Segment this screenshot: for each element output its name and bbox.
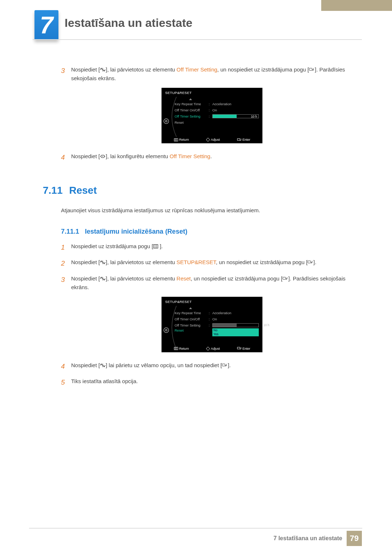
- osd-screenshot-1: SETUP&RESET Key Repeat Time:Acceleration…: [162, 88, 262, 143]
- osd-row-off-timer-onoff: Off Timer On/Off:On: [175, 107, 259, 113]
- page-content: 3 Nospiediet [], lai pārvietotos uz elem…: [0, 65, 392, 388]
- step-text: Nospiediet [], lai pārvietotos uz elemen…: [71, 258, 363, 269]
- step-2: 2 Nospiediet [], lai pārvietotos uz elem…: [61, 258, 363, 269]
- osd-enter-hint: Enter: [237, 347, 250, 350]
- step-3: 3 Nospiediet [], lai pārvietotos uz elem…: [61, 274, 363, 292]
- subsection-number: 7.11.1: [61, 228, 79, 235]
- osd-row-off-timer-onoff: Off Timer On/Off:On: [175, 316, 259, 322]
- enter-icon: [222, 363, 228, 368]
- link-setup-reset: SETUP&RESET: [176, 259, 216, 265]
- step-text: Nospiediet [], lai pārvietotos uz elemen…: [71, 65, 363, 83]
- section-number: 7.11: [43, 185, 63, 196]
- osd-return-hint: Return: [174, 138, 189, 141]
- step-text: Nospiediet [] lai pārietu uz vēlamo opci…: [71, 361, 363, 372]
- svg-rect-7: [237, 139, 240, 140]
- step-4: 4 Nospiediet [] lai pārietu uz vēlamo op…: [61, 361, 363, 372]
- osd-reset-options: No Yes: [212, 328, 259, 336]
- step-number: 2: [61, 258, 71, 269]
- svg-rect-1: [309, 68, 312, 70]
- svg-point-3: [166, 120, 167, 122]
- top-corner-stripe: [321, 0, 392, 11]
- header-rule: [33, 39, 362, 40]
- osd-slider: 10 h: [212, 114, 259, 118]
- osd-row-key-repeat: Key Repeat Time:Acceleration: [175, 101, 259, 107]
- updown-icon: [100, 276, 106, 281]
- step-number: 4: [61, 152, 71, 163]
- link-reset: Reset: [176, 275, 191, 282]
- osd-row-reset: Reset No Yes: [175, 328, 259, 336]
- chapter-title: Iestatīšana un atiestate: [65, 16, 192, 30]
- step-3-top: 3 Nospiediet [], lai pārvietotos uz elem…: [61, 65, 363, 83]
- step-number: 1: [61, 242, 71, 253]
- step-text: Nospiediet uz izstrādājuma pogu [ ].: [71, 242, 363, 253]
- step-1: 1 Nospiediet uz izstrādājuma pogu [ ].: [61, 242, 363, 253]
- updown-icon: [100, 363, 106, 368]
- chapter-number-badge: 7: [34, 10, 58, 40]
- step-text: Nospiediet [], lai pārvietotos uz elemen…: [71, 274, 363, 292]
- step-number: 3: [61, 65, 71, 83]
- step-5: 5 Tiks iestatīta atlasītā opcija.: [61, 377, 363, 388]
- leftright-icon: [100, 154, 106, 159]
- footer-chapter-label: 7 Iestatīšana un atiestate: [274, 535, 342, 542]
- svg-rect-9: [154, 245, 158, 248]
- osd-adjust-hint: Adjust: [206, 138, 220, 141]
- osd-adjust-hint: Adjust: [206, 347, 220, 350]
- gear-icon: [163, 327, 170, 333]
- osd-scroll-up-icon: [189, 307, 192, 309]
- svg-point-17: [166, 329, 167, 331]
- section-description: Atjaunojiet visus izstrādājuma iestatīju…: [61, 206, 363, 215]
- svg-rect-4: [174, 139, 178, 141]
- enter-icon: [309, 67, 315, 72]
- subsection-heading: 7.11.1 Iestatījumu inicializēšana (Reset…: [61, 228, 363, 235]
- osd-row-reset: Reset: [175, 119, 259, 126]
- svg-point-2: [164, 119, 169, 124]
- svg-rect-15: [283, 277, 286, 279]
- step-text: Tiks iestatīta atlasītā opcija.: [71, 377, 363, 388]
- link-off-timer-setting: Off Timer Setting: [176, 66, 217, 73]
- step-number: 3: [61, 274, 71, 292]
- footer-rule: [29, 528, 362, 529]
- step-number: 5: [61, 377, 71, 388]
- step-number: 4: [61, 361, 71, 372]
- svg-rect-21: [237, 347, 240, 349]
- enter-icon: [282, 276, 288, 281]
- osd-title: SETUP&RESET: [162, 298, 262, 306]
- osd-arc-decoration: [167, 97, 177, 137]
- osd-slider: 10 h: [212, 323, 259, 327]
- page-header: 7 Iestatīšana un atiestate: [0, 0, 392, 44]
- osd-scroll-up-icon: [189, 98, 192, 100]
- svg-rect-23: [222, 364, 225, 366]
- updown-icon: [100, 260, 106, 265]
- osd-row-off-timer-setting: Off Timer Setting: 10 h: [175, 113, 259, 119]
- osd-title: SETUP&RESET: [162, 89, 262, 97]
- osd-screenshot-2: SETUP&RESET Key Repeat Time:Acceleration…: [162, 297, 262, 352]
- link-off-timer-setting: Off Timer Setting: [170, 153, 210, 159]
- footer-page-number: 79: [347, 531, 362, 546]
- page-footer: 7 Iestatīšana un atiestate 79: [0, 531, 362, 546]
- osd-enter-hint: Enter: [237, 138, 250, 141]
- svg-point-16: [164, 328, 169, 333]
- updown-icon: [100, 67, 106, 72]
- osd-row-key-repeat: Key Repeat Time:Acceleration: [175, 310, 259, 316]
- osd-footer: Return Adjust Enter: [162, 137, 262, 143]
- section-heading: 7.11 Reset: [43, 185, 363, 196]
- subsection-title: Iestatījumu inicializēšana (Reset): [85, 228, 187, 235]
- section-title: Reset: [69, 185, 97, 196]
- enter-icon: [307, 260, 313, 265]
- menu-icon: [153, 244, 158, 249]
- svg-rect-13: [308, 261, 311, 263]
- step-4-top: 4 Nospiediet [], lai konfigurētu element…: [61, 152, 363, 163]
- step-text: Nospiediet [], lai konfigurētu elementu …: [71, 152, 363, 163]
- gear-icon: [163, 118, 170, 124]
- osd-row-off-timer-setting: Off Timer Setting: 10 h: [175, 322, 259, 328]
